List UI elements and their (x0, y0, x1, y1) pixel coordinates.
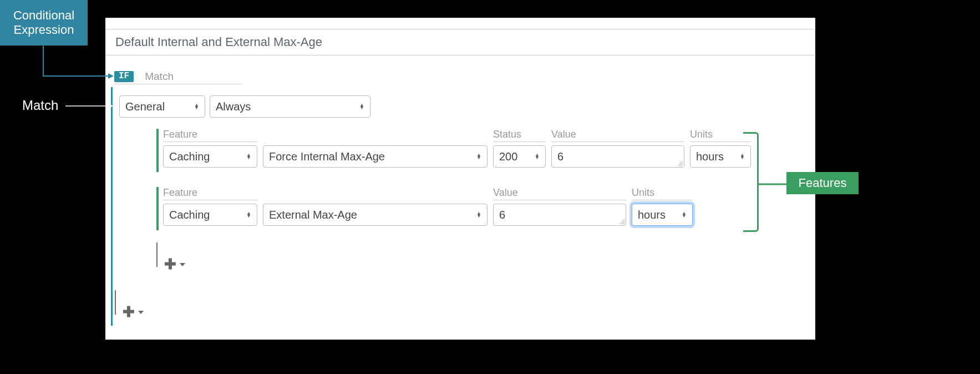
status-label: Status (493, 129, 546, 142)
rule-panel: Default Internal and External Max-Age IF… (105, 18, 815, 340)
units-select[interactable]: hours ▲▼ (690, 145, 751, 168)
if-block: IF Match General ▲▼ Always ▲▼ Feature Ca… (111, 70, 242, 84)
units-label: Units (690, 129, 751, 142)
callout-conditional-line1: Conditional (13, 8, 74, 23)
conditional-arrow (42, 46, 116, 79)
updown-icon: ▲▼ (476, 154, 481, 159)
feature-item: Feature Caching ▲▼ External Max-Age ▲▼ V… (156, 187, 693, 226)
if-badge: IF (114, 71, 134, 82)
rule-title: Default Internal and External Max-Age (115, 35, 805, 49)
value-label: Value (551, 129, 684, 142)
svg-marker-4 (108, 73, 114, 79)
features-bracket (743, 132, 759, 232)
value-text: 6 (499, 209, 505, 221)
units-value: hours (696, 150, 724, 163)
callout-match: Match (22, 98, 58, 113)
feature-category-value: Caching (169, 209, 210, 221)
units-label: Units (632, 187, 693, 200)
feature-name-value: Force Internal Max-Age (269, 150, 385, 163)
value-text: 6 (557, 150, 563, 163)
add-feature-button[interactable]: ✚ (164, 254, 185, 271)
match-row: General ▲▼ Always ▲▼ (119, 95, 370, 118)
plus-icon: ✚ (123, 305, 135, 319)
callout-conditional-expression: Conditional Expression (0, 0, 88, 46)
svg-line-3 (622, 222, 624, 224)
match-arrow (65, 102, 115, 110)
resize-icon (619, 219, 624, 224)
value-label: Value (493, 187, 626, 200)
feature-category-select[interactable]: Caching ▲▼ (163, 145, 257, 168)
updown-icon: ▲▼ (476, 212, 481, 218)
add-feature-block: ✚ (156, 242, 185, 271)
add-rule-button[interactable]: ✚ (123, 301, 144, 319)
updown-icon: ▲▼ (246, 212, 251, 218)
feature-category-value: Caching (169, 150, 210, 163)
if-header: IF Match (114, 70, 242, 84)
value-input[interactable]: 6 (551, 145, 684, 168)
callout-features: Features (786, 172, 859, 194)
spacer-label (263, 188, 488, 200)
add-marker (115, 290, 116, 315)
match-category-value: General (125, 100, 165, 113)
plus-icon: ✚ (164, 257, 176, 271)
feature-category-select[interactable]: Caching ▲▼ (163, 204, 257, 226)
units-value: hours (638, 209, 666, 221)
updown-icon: ▲▼ (359, 104, 364, 109)
status-select[interactable]: 200 ▲▼ (493, 145, 546, 168)
svg-line-0 (678, 161, 683, 166)
match-category-select[interactable]: General ▲▼ (119, 95, 205, 118)
updown-icon: ▲▼ (535, 154, 540, 159)
svg-line-2 (620, 220, 624, 224)
add-marker (156, 242, 158, 267)
feature-marker (156, 129, 159, 172)
match-condition-value: Always (216, 100, 251, 113)
feature-marker (156, 187, 159, 230)
callout-conditional-line2: Expression (14, 23, 74, 37)
add-rule-block: ✚ (115, 290, 144, 319)
updown-icon: ▲▼ (246, 154, 251, 159)
bracket-connector (759, 180, 786, 189)
feature-item: Feature Caching ▲▼ Force Internal Max-Ag… (156, 129, 751, 168)
units-select[interactable]: hours ▲▼ (632, 204, 693, 226)
feature-category-label: Feature (163, 129, 257, 142)
rule-title-row: Default Internal and External Max-Age (105, 29, 815, 55)
if-match-label: Match (145, 70, 174, 83)
feature-category-label: Feature (163, 187, 257, 200)
caret-down-icon (180, 263, 185, 266)
match-condition-select[interactable]: Always ▲▼ (210, 95, 370, 118)
caret-down-icon (138, 311, 144, 314)
value-input[interactable]: 6 (493, 204, 626, 226)
svg-line-1 (681, 164, 683, 166)
feature-name-select[interactable]: Force Internal Max-Age ▲▼ (263, 145, 488, 168)
status-value: 200 (499, 150, 517, 163)
spacer-label (263, 129, 488, 142)
resize-icon (677, 160, 683, 166)
updown-icon: ▲▼ (194, 104, 199, 109)
feature-name-value: External Max-Age (269, 209, 357, 221)
feature-name-select[interactable]: External Max-Age ▲▼ (263, 204, 488, 226)
updown-icon: ▲▼ (682, 212, 687, 218)
svg-marker-6 (108, 103, 113, 109)
if-rule-line (111, 87, 113, 326)
